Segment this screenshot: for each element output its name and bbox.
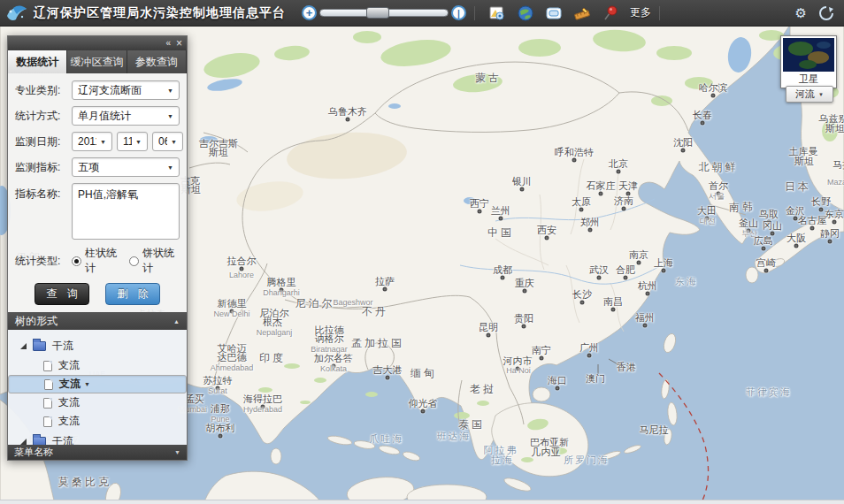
- logout-icon[interactable]: [817, 4, 835, 22]
- day-select[interactable]: 06: [152, 132, 183, 151]
- radio-button[interactable]: [129, 256, 139, 266]
- form-buttons: 查 询 删 除: [15, 283, 180, 305]
- tree-node-tributary[interactable]: 支流: [8, 356, 187, 375]
- application-window: 蒙古乌鲁木齐哈尔滨长春沈阳呼和浩特北京石家庄天津太原济南郑州银川西宁兰州中国西安…: [0, 0, 844, 504]
- tab-buffer-query[interactable]: 缓冲区查询: [67, 50, 127, 73]
- category-label: 专业类别:: [15, 83, 72, 98]
- year-select[interactable]: 2011: [72, 132, 112, 151]
- file-icon: [43, 361, 52, 371]
- tree-node-tributary[interactable]: 支流: [8, 393, 187, 412]
- satellite-view-button[interactable]: 卫星: [780, 35, 837, 88]
- month-select[interactable]: 11: [117, 132, 148, 151]
- measure-tool-icon[interactable]: [573, 4, 591, 22]
- tree-node-mainstream[interactable]: 干流: [8, 335, 187, 356]
- indicator-select[interactable]: 五项: [72, 157, 180, 177]
- indicator-name-input[interactable]: PH值,溶解氧: [72, 183, 180, 240]
- header: 辽河保护区管理局水污染控制地理信息平台: [0, 0, 844, 27]
- more-menu-button[interactable]: 更多: [630, 5, 651, 20]
- expand-caret-icon: [174, 449, 180, 455]
- query-panel: 数据统计 缓冲区查询 参数查询 专业类别: 辽河支流断面 统计方式: 单月值统计…: [7, 35, 188, 461]
- tree-section-header[interactable]: 树的形式: [8, 312, 187, 330]
- panel-close-icon[interactable]: [176, 39, 182, 49]
- tree-node-tributary[interactable]: 支流: [8, 375, 187, 393]
- page-title: 辽河保护区管理局水污染控制地理信息平台: [34, 5, 286, 21]
- delete-button[interactable]: 删 除: [105, 283, 160, 305]
- panel-titlebar: [8, 36, 187, 50]
- tab-parameter-query[interactable]: 参数查询: [127, 50, 187, 73]
- collapse-caret-icon: [173, 318, 180, 325]
- toolbar-divider: [474, 6, 475, 20]
- query-button[interactable]: 查 询: [35, 283, 89, 305]
- file-icon: [44, 379, 53, 390]
- tab-data-statistics[interactable]: 数据统计: [8, 50, 67, 73]
- satellite-thumbnail: [783, 38, 834, 72]
- header-right-group: [795, 4, 835, 22]
- satellite-label: 卫星: [783, 72, 834, 86]
- tree-expand-icon[interactable]: [20, 343, 27, 349]
- statistics-form: 专业类别: 辽河支流断面 统计方式: 单月值统计 监测日期: 2011 11: [8, 73, 187, 312]
- menu-name-bar[interactable]: 菜单名称: [8, 445, 187, 460]
- indicator-name-label: 指标名称:: [15, 183, 72, 202]
- pin-marker-icon[interactable]: [602, 4, 619, 22]
- tree-node-mainstream[interactable]: 干流: [8, 431, 187, 445]
- radio-button[interactable]: [72, 256, 81, 266]
- map-bottom-edge: [0, 500, 844, 504]
- folder-icon: [33, 341, 46, 351]
- tree-node-tributary[interactable]: 支流: [8, 412, 187, 431]
- pie-statistics-option[interactable]: 饼状统计: [129, 246, 180, 276]
- settings-gear-icon[interactable]: [795, 5, 807, 21]
- zoom-control: [302, 5, 466, 20]
- category-select[interactable]: 辽河支流断面: [72, 80, 180, 100]
- indicator-label: 监测指标:: [15, 160, 72, 175]
- river-tree: 干流支流支流支流支流干流: [8, 330, 187, 445]
- zoom-reset-button[interactable]: [451, 5, 466, 20]
- zoom-in-button[interactable]: [302, 5, 317, 20]
- map-layers-icon[interactable]: [488, 4, 506, 22]
- panel-collapse-icon[interactable]: [165, 39, 171, 48]
- app-logo: [5, 4, 28, 23]
- stat-type-label: 统计类型:: [15, 254, 72, 269]
- extent-tool-icon[interactable]: [545, 4, 563, 22]
- tree-expand-icon[interactable]: [20, 439, 27, 445]
- file-icon: [43, 398, 52, 409]
- zoom-slider[interactable]: [319, 9, 449, 17]
- toolbar-divider: [659, 6, 660, 20]
- globe-icon[interactable]: [517, 4, 534, 22]
- rivers-layer-button[interactable]: 河流: [786, 86, 833, 103]
- folder-icon: [33, 437, 46, 446]
- zoom-slider-handle[interactable]: [366, 7, 389, 19]
- panel-tabs: 数据统计 缓冲区查询 参数查询: [8, 50, 187, 73]
- date-label: 监测日期:: [15, 134, 72, 149]
- stat-method-label: 统计方式:: [15, 109, 72, 124]
- stat-method-select[interactable]: 单月值统计: [72, 106, 180, 126]
- bar-statistics-option[interactable]: 柱状统计: [72, 246, 122, 276]
- file-icon: [43, 416, 52, 427]
